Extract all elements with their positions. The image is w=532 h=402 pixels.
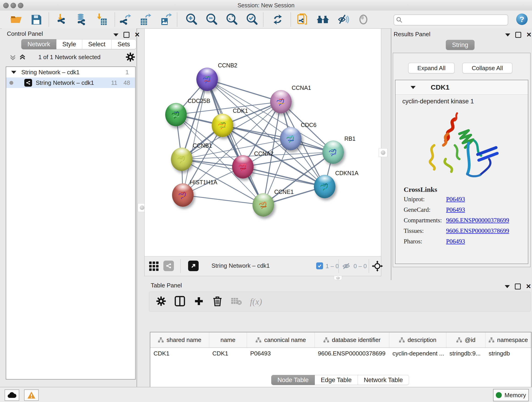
- selected-checkbox-icon[interactable]: [316, 262, 323, 269]
- crosslink-value-link[interactable]: 9606.ENSP00000378699: [446, 217, 509, 224]
- cell-description[interactable]: cyclin-dependent ...: [389, 350, 446, 357]
- network-row-selected[interactable]: String Network – cdk1 11 48: [6, 77, 135, 88]
- collapse-panel-icon[interactable]: [505, 33, 510, 36]
- delete-column-icon[interactable]: [212, 296, 222, 307]
- right-splitter-handle[interactable]: [379, 148, 387, 157]
- node-label-CDC6: CDC6: [301, 122, 317, 128]
- export-table-icon[interactable]: [138, 13, 152, 26]
- column-header-shared-name[interactable]: shared name: [150, 332, 209, 347]
- cell-@id[interactable]: stringdb:9...: [446, 350, 486, 357]
- tab-network-table[interactable]: Network Table: [358, 375, 409, 385]
- export-network-icon[interactable]: [119, 13, 133, 26]
- show-columns-icon[interactable]: [174, 296, 185, 307]
- node-CDC6[interactable]: [280, 127, 302, 150]
- tab-style[interactable]: Style: [56, 39, 82, 49]
- close-panel-icon[interactable]: ✕: [526, 284, 531, 289]
- column-header-database-identifier[interactable]: database identifier: [315, 332, 389, 347]
- network-canvas[interactable]: CCNB2 CCNA1 CDC25B CDK1 CDC6 RB1 CCNB1 C…: [144, 28, 381, 257]
- collection-name: String Network – cdk1: [21, 69, 80, 76]
- table-row[interactable]: CDK1CDK1P064939606.ENSP00000378699cyclin…: [150, 348, 531, 359]
- grid-view-icon[interactable]: [149, 261, 159, 273]
- zoom-selected-icon[interactable]: [245, 13, 259, 26]
- horizontal-splitter-handle[interactable]: [334, 276, 342, 280]
- cell-namespace[interactable]: stringdb: [486, 350, 531, 357]
- edge-CCNB2-HIST1H1A[interactable]: [183, 79, 207, 195]
- network-collection-row[interactable]: String Network – cdk1 1: [6, 67, 135, 77]
- search-field[interactable]: [394, 14, 508, 26]
- tab-node-table[interactable]: Node Table: [271, 375, 315, 385]
- string-view-icon[interactable]: [163, 261, 174, 271]
- column-header-namespace[interactable]: namespace: [486, 332, 531, 347]
- help-icon[interactable]: ?: [516, 13, 528, 25]
- eye-icon[interactable]: [356, 13, 370, 26]
- node-CCNB2[interactable]: [196, 68, 218, 91]
- column-header-name[interactable]: name: [209, 332, 247, 347]
- tab-sets[interactable]: Sets: [112, 39, 136, 49]
- open-in-string-icon[interactable]: [296, 13, 310, 26]
- zoom-fit-icon[interactable]: [225, 13, 239, 26]
- cloud-status-button[interactable]: [5, 389, 19, 401]
- search-input[interactable]: [405, 17, 506, 23]
- node-CDK1[interactable]: [212, 114, 233, 137]
- open-folder-icon[interactable]: [9, 13, 23, 26]
- edge-CCNB2-CCNA1[interactable]: [207, 79, 281, 102]
- close-panel-icon[interactable]: ✕: [526, 32, 532, 37]
- node-CDC25B[interactable]: [165, 103, 187, 126]
- crosslink-value-link[interactable]: 9606.ENSP00000378699: [446, 227, 509, 234]
- close-panel-icon[interactable]: ✕: [134, 32, 140, 37]
- import-network-from-database-icon[interactable]: [74, 13, 88, 26]
- node-CCNB1[interactable]: [171, 148, 192, 171]
- export-image-icon[interactable]: [158, 13, 172, 26]
- zoom-in-icon[interactable]: [185, 13, 198, 26]
- hide-unhide-icon[interactable]: [336, 13, 350, 26]
- zoom-out-icon[interactable]: [205, 13, 219, 26]
- expand-all-button[interactable]: Expand All: [408, 63, 455, 73]
- tab-edge-table[interactable]: Edge Table: [315, 375, 358, 385]
- hidden-elements-icon[interactable]: [342, 262, 351, 272]
- collapse-all-networks-icon[interactable]: [9, 53, 17, 62]
- memory-button[interactable]: Memory: [493, 389, 529, 401]
- crosslink-value-link[interactable]: P06493: [446, 196, 465, 203]
- cell-name[interactable]: CDK1: [209, 350, 247, 357]
- node-RB1[interactable]: [322, 140, 344, 164]
- tab-network[interactable]: Network: [21, 39, 56, 49]
- float-panel-icon[interactable]: [515, 283, 521, 289]
- edge-CCNB2-CCNE1[interactable]: [207, 79, 263, 205]
- detach-view-icon[interactable]: [188, 261, 199, 271]
- save-session-icon[interactable]: [29, 13, 43, 26]
- add-column-icon[interactable]: [194, 296, 204, 307]
- gene-header-row[interactable]: CDK1: [395, 80, 528, 95]
- network-options-gear-icon[interactable]: [126, 52, 135, 63]
- float-panel-icon[interactable]: [515, 32, 521, 38]
- refresh-icon[interactable]: [271, 13, 285, 26]
- cell-canonical-name[interactable]: P06493: [247, 350, 315, 357]
- node-HIST1H1A[interactable]: [172, 183, 194, 207]
- warning-status-button[interactable]: [24, 389, 39, 401]
- import-table-icon[interactable]: [94, 13, 108, 26]
- collection-expand-icon[interactable]: [11, 71, 16, 74]
- column-header-canonical-name[interactable]: canonical name: [247, 332, 315, 347]
- cell-shared-name[interactable]: CDK1: [150, 350, 209, 357]
- collapse-all-button[interactable]: Collapse All: [462, 63, 512, 73]
- crosslink-value-link[interactable]: P06493: [446, 206, 465, 213]
- tab-select[interactable]: Select: [82, 39, 112, 49]
- node-CCNA1[interactable]: [270, 90, 292, 114]
- column-header-@id[interactable]: @id: [446, 332, 486, 347]
- column-header-description[interactable]: description: [389, 332, 446, 347]
- float-panel-icon[interactable]: [123, 32, 129, 38]
- birds-eye-view-icon[interactable]: [372, 261, 383, 273]
- table-settings-gear-icon[interactable]: [156, 296, 166, 307]
- tab-string[interactable]: String: [446, 40, 475, 50]
- node-CCNA2[interactable]: [232, 155, 254, 179]
- collapse-panel-icon[interactable]: [114, 33, 119, 36]
- crosslink-value-link[interactable]: P06493: [446, 238, 465, 245]
- expand-all-networks-icon[interactable]: [18, 53, 27, 62]
- import-network-icon[interactable]: [55, 13, 69, 26]
- homes-icon[interactable]: [316, 13, 330, 26]
- cell-database-identifier[interactable]: 9606.ENSP00000378699: [315, 350, 389, 357]
- edge-HIST1H1A-CCNE1[interactable]: [183, 195, 263, 205]
- node-CDKN1A[interactable]: [314, 175, 336, 198]
- node-CCNE1[interactable]: [253, 193, 274, 217]
- collapse-panel-icon[interactable]: [505, 285, 510, 288]
- gene-collapse-icon[interactable]: [411, 86, 416, 89]
